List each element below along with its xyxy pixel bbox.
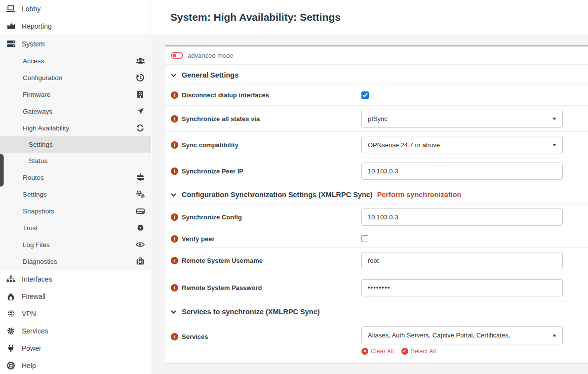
sidebar-item-label: High Availability (23, 125, 69, 132)
sidebar-item-label: Services (22, 327, 48, 335)
sitemap-icon (5, 275, 16, 283)
field-label: Synchronize Peer IP (182, 167, 243, 175)
page-title: System: High Availability: Settings (170, 11, 341, 23)
remote-password-input[interactable] (361, 279, 563, 296)
field-remote-password: i Remote System Password (165, 274, 588, 301)
sidebar-item-label: Access (23, 57, 44, 65)
info-icon[interactable]: i (171, 167, 178, 175)
sidebar-item-snapshots[interactable]: Snapshots (0, 203, 151, 219)
sidebar-item-firmware[interactable]: Firmware (0, 86, 151, 103)
sync-peer-ip-input[interactable] (361, 163, 563, 180)
cog-icon (5, 327, 16, 335)
field-verify-peer: i Verify peer (165, 230, 588, 248)
field-label: Remote System Password (182, 284, 262, 291)
sidebar-item-label: Configuration (23, 74, 62, 82)
advanced-mode-label[interactable]: advanced mode (188, 52, 234, 59)
sidebar-item-gateways[interactable]: Gateways (0, 103, 151, 120)
sidebar-item-help[interactable]: Help (0, 357, 151, 374)
sidebar-item-diagnostics[interactable]: Diagnostics (0, 253, 151, 270)
map-signs-icon (135, 173, 145, 181)
main-content: System: High Availability: Settings adva… (152, 0, 588, 374)
field-sync-config: i Synchronize Config (165, 204, 588, 230)
sidebar-item-access[interactable]: Access (0, 52, 151, 69)
sidebar-item-interfaces[interactable]: Interfaces (0, 270, 151, 288)
sidebar-item-vpn[interactable]: VPN (0, 305, 151, 322)
select-value: Aliases, Auth Servers, Captive Portal, C… (368, 332, 510, 339)
info-icon[interactable]: i (171, 257, 178, 264)
sidebar-item-label: Snapshots (23, 208, 54, 215)
perform-synchronization-link[interactable]: Perform synchronization (377, 191, 462, 199)
sidebar-item-ha-status[interactable]: Status (0, 153, 151, 169)
location-arrow-icon (135, 108, 145, 115)
sidebar-item-ha-settings[interactable]: Settings (0, 136, 151, 153)
sidebar-item-services[interactable]: Services (0, 322, 151, 339)
sidebar-item-firewall[interactable]: Firewall (0, 288, 151, 305)
disconnect-dialup-checkbox[interactable] (361, 91, 369, 99)
firmware-icon (135, 90, 145, 98)
sync-states-select[interactable]: pfSync (361, 110, 563, 128)
laptop-icon (5, 5, 16, 12)
info-icon[interactable]: i (171, 141, 178, 149)
select-all-button[interactable]: ✓ Select All (401, 348, 436, 355)
field-label: Synchronize Config (182, 213, 242, 221)
sync-config-input[interactable] (361, 208, 563, 226)
verify-peer-checkbox[interactable] (361, 235, 368, 242)
section-title: General Settings (182, 71, 238, 79)
sidebar-item-settings[interactable]: Settings (0, 186, 151, 203)
info-icon[interactable]: i (171, 284, 178, 291)
sync-compatibility-select[interactable]: OPNsense 24.7 or above (361, 136, 563, 154)
sidebar-item-label: VPN (22, 310, 36, 318)
info-icon[interactable]: i (171, 115, 178, 123)
sidebar-item-lobby[interactable]: Lobby (0, 0, 151, 17)
sidebar-item-label: Firewall (22, 292, 45, 300)
sidebar-item-power[interactable]: Power (0, 339, 151, 357)
field-label: Disconnect dialup interfaces (182, 91, 269, 99)
section-header-config-sync: Configuration Synchronization Settings (… (165, 184, 588, 204)
sidebar-item-trust[interactable]: Trust (0, 219, 151, 236)
sidebar-item-label: Trust (23, 224, 38, 232)
services-multiselect[interactable]: Aliases, Auth Servers, Captive Portal, C… (361, 326, 563, 344)
sidebar-item-label: Status (29, 157, 47, 165)
clear-all-button[interactable]: × Clear All (361, 348, 394, 355)
chevron-down-icon[interactable] (171, 310, 176, 314)
section-title: Services to synchronize (XMLRPC Sync) (182, 308, 320, 316)
life-ring-icon (5, 362, 16, 370)
info-icon[interactable]: i (171, 333, 178, 340)
sidebar-item-log-files[interactable]: Log Files (0, 236, 151, 253)
sidebar-item-label: Routes (23, 174, 44, 181)
field-sync-peer-ip: i Synchronize Peer IP (165, 158, 588, 184)
toggle-off-icon[interactable] (171, 52, 183, 59)
sidebar-item-label: Diagnostics (23, 258, 57, 265)
server-icon (5, 40, 16, 47)
caret-down-icon (552, 118, 556, 120)
sidebar-item-label: Interfaces (22, 275, 52, 283)
sidebar-item-label: Firmware (23, 91, 50, 98)
medkit-icon (135, 257, 145, 265)
chevron-down-icon[interactable] (171, 193, 176, 197)
sidebar-item-reporting[interactable]: Reporting (0, 17, 151, 35)
sidebar-item-system[interactable]: System (0, 35, 151, 52)
circle-xmark-icon: × (361, 348, 368, 355)
info-icon[interactable]: i (171, 91, 178, 99)
page-header: System: High Availability: Settings (152, 0, 588, 35)
sidebar-item-label: Help (22, 362, 36, 370)
sidebar-item-high-availability[interactable]: High Availability (0, 120, 151, 136)
select-value: OPNsense 24.7 or above (368, 141, 440, 149)
info-icon[interactable]: i (171, 235, 178, 243)
clear-all-label: Clear All (371, 348, 394, 355)
remote-username-input[interactable] (361, 252, 563, 269)
sidebar: Lobby Reporting System Access Configurat… (0, 0, 151, 374)
field-sync-states-via: i Synchronize all states via pfSync (165, 106, 588, 132)
area-chart-icon (5, 22, 16, 30)
select-value: pfSync (368, 115, 388, 123)
info-icon[interactable]: i (171, 213, 178, 221)
sidebar-item-routes[interactable]: Routes (0, 169, 151, 186)
chevron-down-icon[interactable] (171, 74, 176, 77)
globe-icon (5, 310, 16, 317)
settings-form-panel: advanced mode General Settings i Disconn… (165, 45, 588, 364)
sidebar-drag-handle[interactable] (0, 154, 4, 187)
caret-up-icon (552, 334, 556, 336)
sync-icon (135, 125, 145, 132)
sidebar-item-configuration[interactable]: Configuration (0, 69, 151, 86)
users-icon (135, 57, 145, 64)
